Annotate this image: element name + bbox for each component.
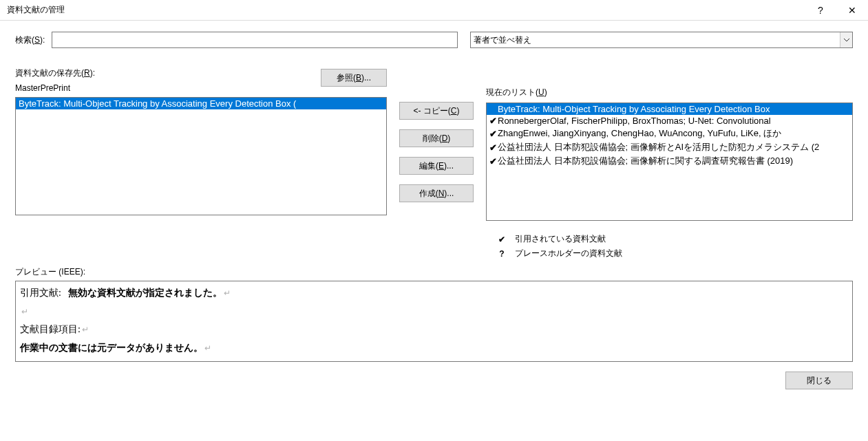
master-label: 資料文献の保存先(R): <box>15 67 321 79</box>
master-location: MasterPrePrint <box>15 83 321 93</box>
question-icon: ? <box>497 249 507 259</box>
check-icon: ✔ <box>497 235 507 244</box>
close-button[interactable]: ✕ <box>836 0 868 21</box>
list-item[interactable]: ✔RonnebergerOlaf, FischerPhilipp, BroxTh… <box>487 115 852 127</box>
paragraph-mark-icon: ↵ <box>82 325 89 334</box>
titlebar: 資料文献の管理 ? ✕ <box>0 0 868 21</box>
legend: ✔引用されている資料文献 ?プレースホルダーの資料文献 <box>497 233 853 259</box>
preview-label: プレビュー (IEEE): <box>15 266 853 278</box>
paragraph-mark-icon: ↵ <box>21 307 28 316</box>
list-item-text: ZhangEnwei, JiangXinyang, ChengHao, WuAn… <box>498 127 781 140</box>
list-item-text: 公益社団法人 日本防犯設備協会; 画像解析とAIを活用した防犯カメラシステム (… <box>498 141 819 153</box>
search-label: 検索(S): <box>15 34 45 46</box>
list-item[interactable]: ✔公益社団法人 日本防犯設備協会; 画像解析に関する調査研究報告書 (2019) <box>487 154 852 168</box>
preview-bibliography-label: 文献目録項目: <box>20 324 81 334</box>
list-item[interactable]: ByteTrack: Multi-Object Tracking by Asso… <box>487 103 852 115</box>
help-button[interactable]: ? <box>805 0 836 21</box>
browse-button[interactable]: 参照(B)... <box>321 69 387 87</box>
search-input[interactable] <box>52 32 458 48</box>
check-icon: ✔ <box>489 116 498 126</box>
list-item[interactable]: ✔ZhangEnwei, JiangXinyang, ChengHao, WuA… <box>487 127 852 140</box>
list-item-text: 公益社団法人 日本防犯設備協会; 画像解析に関する調査研究報告書 (2019) <box>498 155 793 167</box>
chevron-down-icon <box>840 32 852 47</box>
sort-selected-value: 著者で並べ替え <box>474 34 531 46</box>
paragraph-mark-icon: ↵ <box>204 343 211 353</box>
preview-citation-text: 無効な資料文献が指定されました。 <box>68 288 222 298</box>
new-button[interactable]: 作成(N)... <box>399 184 474 202</box>
dialog-title: 資料文献の管理 <box>7 4 805 16</box>
paragraph-mark-icon: ↵ <box>224 288 231 298</box>
sort-select[interactable]: 著者で並べ替え <box>470 32 853 48</box>
preview-citation-label: 引用文献: <box>20 288 61 298</box>
copy-button[interactable]: <- コピー(C) <box>399 102 474 120</box>
current-listbox[interactable]: ByteTrack: Multi-Object Tracking by Asso… <box>486 103 853 221</box>
preview-bibliography-text: 作業中の文書には元データがありません。 <box>20 343 203 353</box>
master-listbox[interactable]: ByteTrack: Multi-Object Tracking by Asso… <box>15 97 387 215</box>
preview-box: 引用文献: 無効な資料文献が指定されました。↵ ↵ 文献目録項目:↵ 作業中の文… <box>15 281 853 362</box>
check-icon: ✔ <box>489 142 498 153</box>
check-icon: ✔ <box>489 129 498 139</box>
list-item[interactable]: ✔公益社団法人 日本防犯設備協会; 画像解析とAIを活用した防犯カメラシステム … <box>487 140 852 154</box>
list-item-text: RonnebergerOlaf, FischerPhilipp, BroxTho… <box>498 116 771 126</box>
edit-button[interactable]: 編集(E)... <box>399 157 474 175</box>
current-label: 現在のリスト(U) <box>486 87 853 98</box>
check-icon: ✔ <box>489 156 498 166</box>
close-dialog-button[interactable]: 閉じる <box>785 372 853 389</box>
delete-button[interactable]: 削除(D) <box>399 129 474 147</box>
legend-cited-label: 引用されている資料文献 <box>515 233 606 245</box>
list-item[interactable]: ByteTrack: Multi-Object Tracking by Asso… <box>16 98 386 109</box>
list-item-text: ByteTrack: Multi-Object Tracking by Asso… <box>498 104 770 114</box>
legend-placeholder-label: プレースホルダーの資料文献 <box>515 248 622 259</box>
